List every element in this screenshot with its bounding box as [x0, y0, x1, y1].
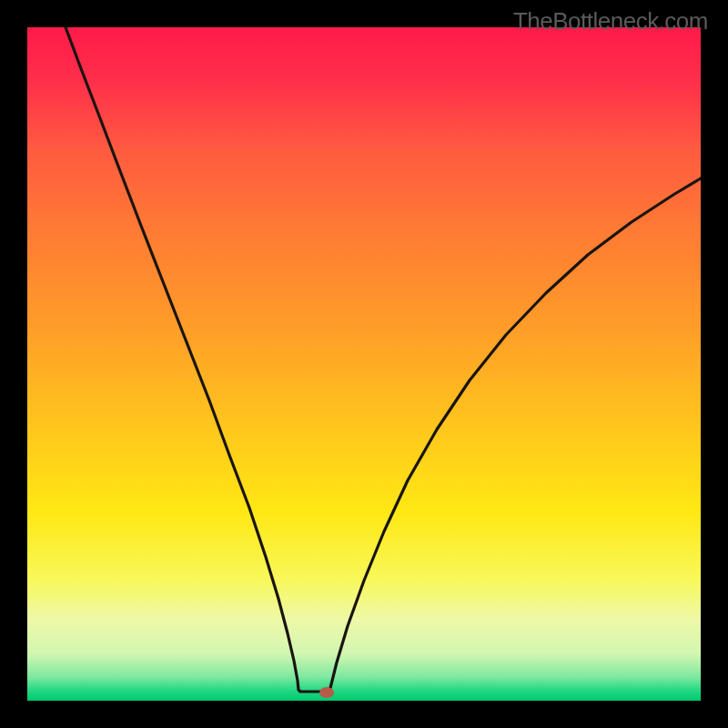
optimum-marker — [319, 687, 334, 698]
plot-area — [27, 27, 701, 701]
watermark-text: TheBottleneck.com — [513, 7, 708, 35]
bottleneck-curve — [27, 27, 701, 701]
curve-right-branch — [329, 178, 701, 692]
curve-left-branch — [66, 27, 326, 692]
chart-frame: TheBottleneck.com — [0, 0, 728, 728]
